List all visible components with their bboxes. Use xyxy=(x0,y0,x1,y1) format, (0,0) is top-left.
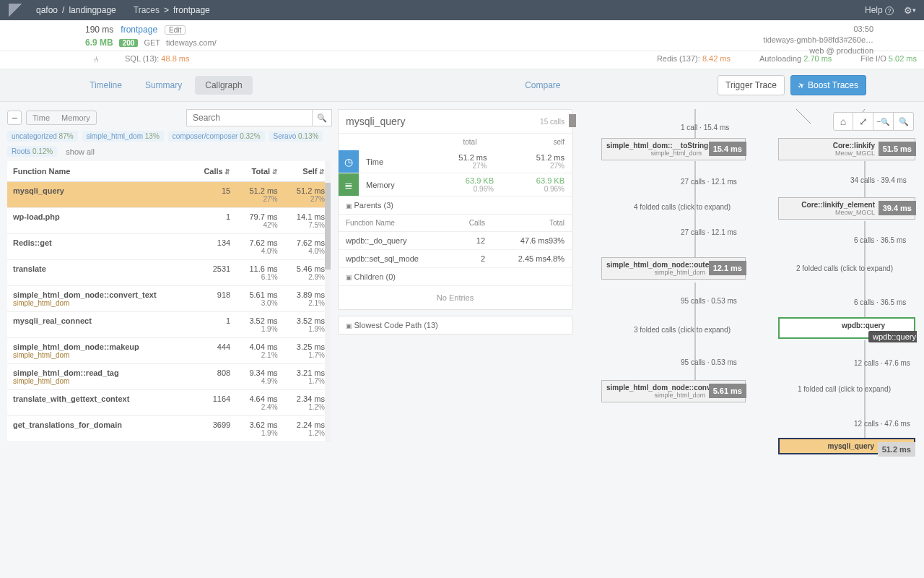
breadcrumb-traces[interactable]: Traces xyxy=(134,5,160,15)
graph-zoom-out-button[interactable] xyxy=(873,112,894,131)
clock-time: 03:50 xyxy=(763,25,873,33)
panel-resize-handle[interactable] xyxy=(569,114,576,127)
edge-label: 12 calls · 47.6 ms xyxy=(854,359,910,367)
environment: web @ production xyxy=(763,46,873,55)
host-name: tideways-gmbh-b98fd3#260e… xyxy=(763,35,873,44)
graph-node[interactable]: Core::linkify_elementMeow_MGCL 39.4 ms xyxy=(778,197,915,220)
memory-usage: 6.9 MB xyxy=(85,38,113,48)
graph-node[interactable]: simple_html_dom_node::convert_textsimple… xyxy=(601,380,746,402)
filter-chip[interactable]: composer/composer 0.32% xyxy=(168,131,265,142)
parents-section-header[interactable]: Parents (3) xyxy=(339,197,572,215)
toggle-memory[interactable]: Memory xyxy=(56,111,96,124)
col-calls[interactable]: Calls xyxy=(191,161,237,182)
graph-fullscreen-button[interactable] xyxy=(853,112,873,131)
graph-tooltip: wpdb::query xyxy=(868,331,917,342)
detail-calls: 15 calls xyxy=(540,118,565,126)
filter-chip[interactable]: simple_html_dom 13% xyxy=(82,131,164,142)
folded-calls[interactable]: 4 folded calls (click to expand) xyxy=(634,203,731,211)
show-all-link[interactable]: show all xyxy=(66,147,95,156)
callgraph-canvas[interactable]: 1 call · 15.4 ms simple_html_dom::__toSt… xyxy=(580,109,917,485)
graph-home-button[interactable] xyxy=(833,112,853,131)
table-scrollbar[interactable] xyxy=(325,161,331,442)
help-link[interactable]: Help ? xyxy=(865,5,894,15)
functions-table: Function Name Calls Total Self mysqli_qu… xyxy=(7,161,331,442)
table-row[interactable]: wpdb::set_sql_mode22.45 ms4.8% xyxy=(339,250,572,268)
folded-calls[interactable]: 3 folded calls (click to expand) xyxy=(634,326,731,334)
col-self[interactable]: Self xyxy=(284,161,331,182)
table-row[interactable]: wpdb::_do_query1247.6 ms93% xyxy=(339,232,572,250)
table-row[interactable]: simple_html_dom::read_tagsimple_html_dom… xyxy=(7,364,331,390)
trace-duration: 190 ms xyxy=(85,25,113,35)
brand-logo-icon[interactable] xyxy=(9,4,22,17)
memory-badge-icon xyxy=(339,173,359,196)
breadcrumb-route[interactable]: frontpage xyxy=(173,5,210,15)
table-row[interactable]: simple_html_dom_node::convert_textsimple… xyxy=(7,286,331,312)
tab-summary[interactable]: Summary xyxy=(135,76,192,95)
col-total[interactable]: Total xyxy=(236,161,283,182)
trace-header: 190 ms frontpage Edit 6.9 MB 200 GET tid… xyxy=(0,20,924,51)
edge-label: 27 calls · 12.1 ms xyxy=(681,228,737,236)
table-row[interactable]: Redis::get1347.62 ms4.0%7.62 ms4.0% xyxy=(7,234,331,260)
edge-label: 6 calls · 36.5 ms xyxy=(854,236,906,244)
table-row[interactable]: simple_html_dom_node::makeupsimple_html_… xyxy=(7,338,331,364)
detail-title: mysqli_query xyxy=(346,116,405,127)
children-section-header[interactable]: Children (0) xyxy=(339,268,572,286)
top-navbar: qafoo / landingpage Traces > frontpage H… xyxy=(0,0,924,20)
bolt-icon xyxy=(798,80,808,90)
route-link[interactable]: frontpage xyxy=(121,25,157,35)
http-status-badge: 200 xyxy=(119,39,139,47)
tab-callgraph[interactable]: Callgraph xyxy=(195,76,252,95)
clock-icon xyxy=(344,156,353,168)
compare-link[interactable]: Compare xyxy=(525,80,560,90)
table-row[interactable]: mysqli_real_connect13.52 ms1.9%3.52 ms1.… xyxy=(7,312,331,338)
edge-label: 95 calls · 0.53 ms xyxy=(681,358,737,366)
project-link[interactable]: landingpage xyxy=(69,5,116,15)
settings-menu-icon[interactable] xyxy=(904,4,915,16)
time-badge-icon xyxy=(339,150,359,173)
fileio-time: 5.02 ms xyxy=(889,54,917,63)
graph-node-hot[interactable]: mysqli_query 51.2 ms xyxy=(778,438,915,454)
filter-chip[interactable]: Seravo 0.13% xyxy=(269,131,323,142)
folded-calls[interactable]: 1 folded call (click to expand) xyxy=(798,385,891,393)
database-icon xyxy=(344,179,353,191)
graph-edges xyxy=(580,109,917,485)
request-url: tideways.com/ xyxy=(166,38,217,47)
search-input[interactable] xyxy=(186,109,331,126)
time-row-label: Time xyxy=(359,150,417,173)
redis-time: 8.42 ms xyxy=(702,54,731,63)
table-row[interactable]: wp-load.php179.7 ms42%14.1 ms7.5% xyxy=(7,208,331,234)
col-function[interactable]: Function Name xyxy=(7,161,191,182)
table-row[interactable]: translate253111.6 ms6.1%5.46 ms2.9% xyxy=(7,260,331,286)
sql-time: 48.8 ms xyxy=(161,54,189,63)
graph-node[interactable]: simple_html_dom_node::outertext@3simple_… xyxy=(601,257,746,280)
table-row[interactable]: translate_with_gettext_context11644.64 m… xyxy=(7,390,331,416)
edge-label: 1 call · 15.4 ms xyxy=(681,124,729,131)
tabs-row: Timeline Summary Callgraph Compare Trigg… xyxy=(0,69,924,102)
collapse-button[interactable]: − xyxy=(7,111,22,125)
memory-row-label: Memory xyxy=(359,173,430,196)
filter-chip[interactable]: Roots 0.12% xyxy=(7,146,57,157)
edge-label: 95 calls · 0.53 ms xyxy=(681,297,737,305)
tree-icon[interactable] xyxy=(94,54,103,64)
edge-label: 6 calls · 36.5 ms xyxy=(854,298,906,306)
toggle-time[interactable]: Time xyxy=(27,111,56,124)
filter-chip[interactable]: uncategorized 87% xyxy=(7,131,78,142)
folded-calls[interactable]: 2 folded calls (click to expand) xyxy=(796,264,893,272)
org-link[interactable]: qafoo xyxy=(36,5,58,15)
boost-traces-button[interactable]: Boost Traces xyxy=(790,75,866,95)
edge-label: 12 calls · 47.6 ms xyxy=(854,420,910,428)
trigger-trace-button[interactable]: Trigger Trace xyxy=(718,75,785,95)
graph-zoom-in-button[interactable] xyxy=(894,112,914,131)
time-memory-toggle[interactable]: Time Memory xyxy=(26,111,97,125)
graph-node[interactable]: Core::linkifyMeow_MGCL 51.5 ms xyxy=(778,138,915,160)
graph-node[interactable]: simple_html_dom::__toStringsimple_html_d… xyxy=(601,138,746,160)
table-row[interactable]: mysqli_query1551.2 ms27%51.2 ms27% xyxy=(7,182,331,208)
slowest-section-header[interactable]: Slowest Code Path (13) xyxy=(339,316,572,334)
http-method: GET xyxy=(144,38,160,47)
edge-label: 34 calls · 39.4 ms xyxy=(850,176,907,184)
no-entries-label: No Entries xyxy=(339,286,572,309)
table-row[interactable]: get_translations_for_domain36993.62 ms1.… xyxy=(7,416,331,442)
edit-button[interactable]: Edit xyxy=(165,25,186,35)
tab-timeline[interactable]: Timeline xyxy=(79,76,132,95)
search-icon[interactable] xyxy=(312,109,332,126)
